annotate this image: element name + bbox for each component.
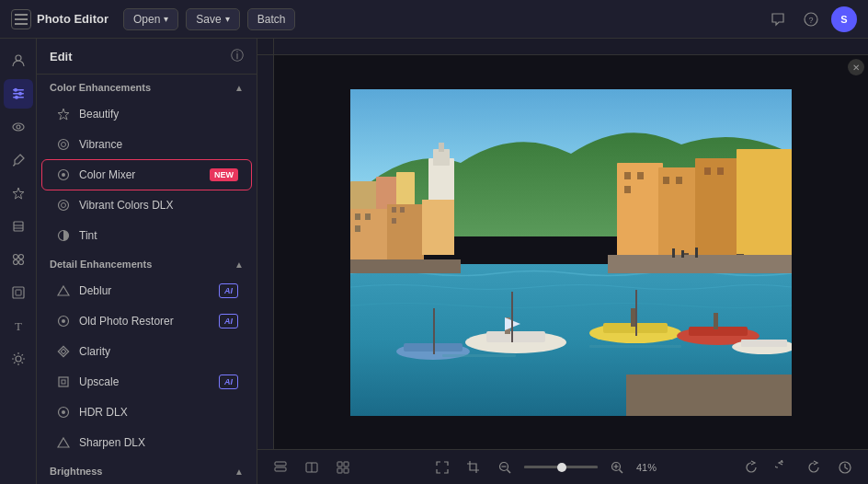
item-icon-beautify [55, 106, 72, 122]
svg-rect-95 [681, 250, 684, 258]
svg-rect-0 [15, 14, 28, 16]
svg-marker-14 [13, 188, 24, 199]
svg-rect-51 [387, 204, 424, 264]
history-icon[interactable] [833, 455, 857, 479]
layers-toggle-icon[interactable] [268, 455, 292, 479]
item-label-sharpen-dlx: Sharpen DLX [79, 436, 238, 449]
side-panel: Edit ⓘ Color Enhancements▲ Beautify Vibr… [37, 39, 257, 484]
help-icon[interactable]: ? [798, 6, 824, 32]
svg-point-19 [18, 255, 23, 259]
svg-rect-63 [624, 172, 631, 179]
menu-item-vibrance[interactable]: Vibrance [42, 130, 251, 159]
svg-rect-64 [637, 172, 644, 179]
layers-icon-btn[interactable] [4, 212, 33, 241]
item-icon-upscale [55, 374, 72, 390]
person-icon-btn[interactable] [4, 46, 33, 75]
grid-icon[interactable] [331, 455, 355, 479]
hamburger-icon[interactable] [11, 9, 31, 29]
batch-button[interactable]: Batch [247, 8, 296, 30]
badge-ai: AI [219, 314, 238, 328]
section-header-brightness[interactable]: Brightness▲ [37, 458, 257, 482]
eye-icon-btn[interactable] [4, 112, 33, 142]
item-label-upscale: Upscale [79, 375, 211, 388]
svg-point-29 [62, 173, 65, 177]
svg-rect-1 [15, 18, 28, 20]
zoom-slider-track[interactable] [524, 466, 598, 468]
adjustments-icon-btn[interactable] [4, 79, 33, 109]
zoom-slider[interactable] [524, 466, 598, 468]
svg-rect-78 [486, 331, 545, 342]
menu-item-color-mixer[interactable]: Color Mixer NEW [42, 160, 251, 190]
svg-rect-96 [695, 248, 698, 258]
svg-point-21 [18, 260, 23, 265]
redo-icon[interactable] [802, 455, 826, 479]
badge-new: NEW [210, 168, 238, 181]
menu-item-vibrant-colors-dlx[interactable]: Vibrant Colors DLX [42, 190, 251, 220]
crop-icon[interactable] [462, 455, 485, 479]
group-icon-btn[interactable] [4, 245, 33, 274]
canvas-with-ruler: ✕ [257, 55, 868, 449]
item-label-clarity: Clarity [79, 345, 238, 358]
menu-item-hdr-dlx[interactable]: HDR DLX [42, 398, 251, 427]
menu-item-sharpen-dlx[interactable]: Sharpen DLX [42, 428, 251, 457]
svg-point-41 [62, 410, 65, 414]
svg-text:?: ? [808, 16, 813, 25]
save-label: Save [196, 13, 221, 26]
item-icon-hdr-dlx [55, 404, 72, 421]
bottom-right-controls [739, 455, 857, 479]
svg-rect-67 [676, 177, 682, 184]
svg-rect-56 [392, 207, 396, 213]
svg-rect-102 [275, 467, 286, 471]
avatar[interactable]: S [831, 6, 857, 32]
zoom-out-icon[interactable] [493, 455, 517, 479]
menu-item-upscale[interactable]: Upscale AI [42, 367, 251, 397]
svg-rect-93 [350, 259, 461, 273]
svg-rect-100 [433, 308, 435, 354]
chat-icon[interactable] [765, 6, 791, 32]
svg-rect-55 [355, 225, 360, 232]
open-label: Open [133, 13, 160, 26]
canvas-main[interactable]: ✕ [274, 55, 868, 449]
menu-item-old-photo-restorer[interactable]: Old Photo Restorer AI [42, 306, 251, 336]
svg-rect-53 [355, 213, 360, 220]
section-header-color-enhancements[interactable]: Color Enhancements▲ [37, 75, 257, 98]
canvas-close-button[interactable]: ✕ [848, 59, 864, 75]
bottom-center-controls: 41% [430, 455, 664, 479]
menu-item-clarity[interactable]: Clarity [42, 337, 251, 366]
svg-line-111 [508, 469, 511, 473]
svg-rect-69 [717, 167, 724, 175]
menu-item-deblur[interactable]: Deblur AI [42, 276, 251, 305]
fit-icon[interactable] [430, 455, 454, 479]
svg-rect-101 [275, 462, 286, 466]
svg-rect-108 [344, 468, 348, 473]
topbar-actions: ? S [765, 6, 857, 32]
app-logo: Photo Editor [11, 9, 108, 29]
rotate-cw-icon[interactable] [739, 455, 763, 479]
topbar: Photo Editor Open ▾ Save ▾ Batch ? S [0, 0, 868, 39]
svg-rect-22 [13, 287, 24, 298]
ruler-corner [257, 39, 274, 55]
svg-rect-62 [737, 149, 792, 264]
svg-rect-54 [365, 213, 371, 220]
undo-icon[interactable] [771, 455, 794, 479]
open-button[interactable]: Open ▾ [123, 8, 178, 30]
panel-info-icon[interactable]: ⓘ [231, 48, 244, 64]
svg-point-13 [17, 125, 20, 129]
svg-point-18 [13, 255, 17, 259]
star-icon-btn[interactable] [4, 179, 33, 208]
svg-rect-90 [442, 354, 516, 357]
menu-item-tint[interactable]: Tint [42, 221, 251, 250]
frame-icon-btn[interactable] [4, 278, 33, 307]
svg-rect-66 [663, 177, 669, 184]
menu-item-beautify[interactable]: Beautify [42, 99, 251, 129]
zoom-in-icon[interactable] [605, 455, 629, 479]
svg-point-9 [14, 88, 17, 92]
text-icon-btn[interactable]: T [4, 311, 33, 340]
section-header-detail-enhancements[interactable]: Detail Enhancements▲ [37, 251, 257, 275]
settings-icon-btn[interactable] [4, 344, 33, 374]
badge-ai: AI [219, 375, 238, 389]
brush-icon-btn[interactable] [4, 145, 33, 175]
compare-icon[interactable] [300, 455, 324, 479]
svg-rect-98 [511, 292, 513, 342]
save-button[interactable]: Save ▾ [186, 8, 239, 30]
